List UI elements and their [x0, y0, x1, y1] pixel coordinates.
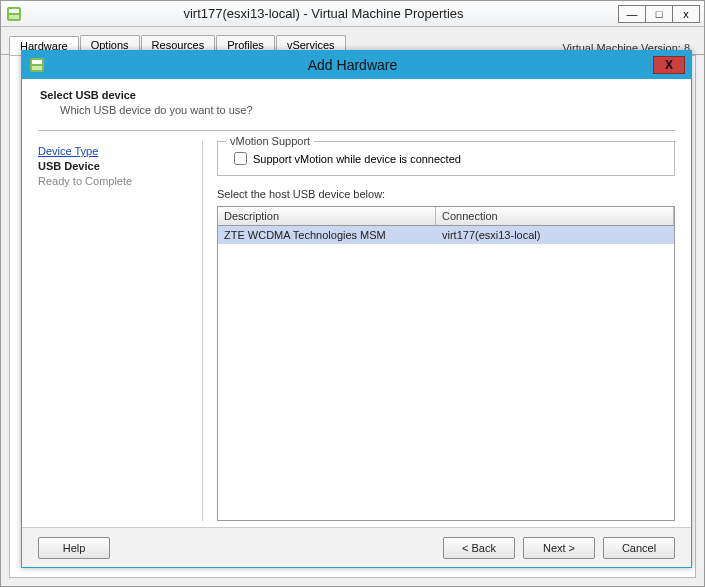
wizard-columns: Device Type USB Device Ready to Complete… [38, 141, 675, 521]
cell-description: ZTE WCDMA Technologies MSM [218, 226, 436, 244]
cell-connection: virt177(esxi13-local) [436, 226, 674, 244]
parent-titlebar: virt177(esxi13-local) - Virtual Machine … [1, 1, 704, 27]
modal-titlebar: Add Hardware X [22, 51, 691, 79]
next-button[interactable]: Next > [523, 537, 595, 559]
vsphere-icon [28, 56, 46, 74]
minimize-icon: — [627, 8, 638, 20]
select-usb-instruction: Select the host USB device below: [217, 188, 675, 200]
svg-rect-5 [32, 66, 42, 70]
vsphere-icon [5, 5, 23, 23]
add-hardware-dialog: Add Hardware X Select USB device Which U… [21, 50, 692, 568]
svg-rect-1 [9, 9, 19, 13]
maximize-icon: □ [656, 8, 663, 20]
modal-title: Add Hardware [52, 57, 653, 73]
modal-footer: Help < Back Next > Cancel [22, 527, 691, 567]
wizard-main: vMotion Support Support vMotion while de… [217, 141, 675, 521]
grid-body: ZTE WCDMA Technologies MSM virt177(esxi1… [218, 226, 674, 244]
group-legend: vMotion Support [226, 135, 314, 147]
col-connection[interactable]: Connection [436, 207, 674, 225]
parent-window-controls: — □ x [618, 5, 700, 23]
minimize-button[interactable]: — [618, 5, 646, 23]
step-device-type[interactable]: Device Type [38, 145, 188, 157]
vmotion-checkbox-label: Support vMotion while device is connecte… [253, 153, 461, 165]
wizard-heading: Select USB device [40, 89, 675, 101]
modal-close-button[interactable]: X [653, 56, 685, 74]
wizard-subheading: Which USB device do you want to use? [60, 104, 675, 116]
vmotion-checkbox-row[interactable]: Support vMotion while device is connecte… [234, 152, 664, 165]
close-icon: x [683, 8, 689, 20]
table-row[interactable]: ZTE WCDMA Technologies MSM virt177(esxi1… [218, 226, 674, 244]
back-button[interactable]: < Back [443, 537, 515, 559]
wizard-nav: Device Type USB Device Ready to Complete [38, 141, 188, 521]
close-icon: X [665, 58, 673, 72]
svg-rect-4 [32, 60, 42, 64]
svg-rect-2 [9, 15, 19, 19]
vmotion-checkbox[interactable] [234, 152, 247, 165]
parent-window-title: virt177(esxi13-local) - Virtual Machine … [29, 6, 618, 21]
modal-body: Select USB device Which USB device do yo… [22, 79, 691, 527]
help-button[interactable]: Help [38, 537, 110, 559]
step-ready-to-complete: Ready to Complete [38, 175, 188, 187]
divider [38, 130, 675, 131]
grid-header: Description Connection [218, 207, 674, 226]
cancel-button[interactable]: Cancel [603, 537, 675, 559]
divider-vertical [202, 141, 203, 521]
usb-device-grid: Description Connection ZTE WCDMA Technol… [217, 206, 675, 521]
vmotion-support-group: vMotion Support Support vMotion while de… [217, 141, 675, 176]
step-usb-device: USB Device [38, 160, 188, 172]
close-button[interactable]: x [672, 5, 700, 23]
col-description[interactable]: Description [218, 207, 436, 225]
maximize-button[interactable]: □ [645, 5, 673, 23]
